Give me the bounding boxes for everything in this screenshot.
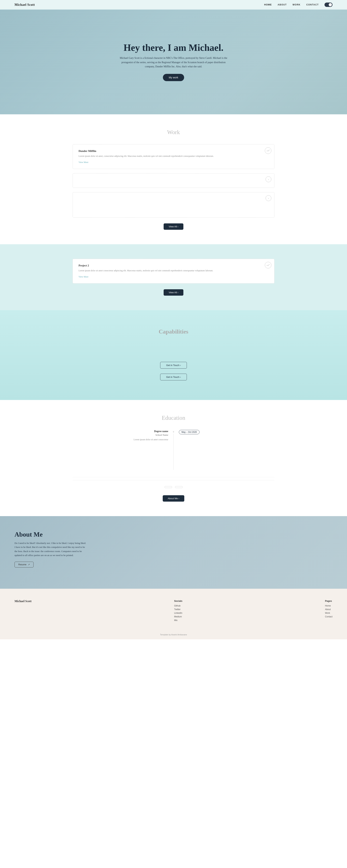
footer-page-about[interactable]: About	[325, 608, 333, 611]
hero-cta-button[interactable]: My work	[163, 74, 184, 81]
nav-home[interactable]: HOME	[264, 3, 272, 6]
capabilities-buttons: Get in Touch › Get in Touch ›	[11, 361, 336, 382]
work-card-project2: Project 2 Lorem ipsum dolor sit amet con…	[72, 259, 275, 283]
footer-link-medium[interactable]: Medium	[174, 615, 183, 618]
hero-content: Hey there, I am Michael. Michael Gary Sc…	[119, 42, 228, 81]
edu-degree: Degree name	[72, 430, 168, 433]
edu-placeholder-btn-2	[175, 486, 183, 488]
work-card-1-link[interactable]: View More	[78, 161, 88, 163]
nav-contact[interactable]: CONTACT	[306, 3, 319, 6]
education-section: Education Degree name School Name Lorem …	[0, 400, 347, 516]
work-section-2: Project 2 Lorem ipsum dolor sit amet con…	[0, 244, 347, 310]
work-section-1: Work Dunder Mifflin Lorem ipsum dolor si…	[0, 114, 347, 244]
about-title: About Me	[14, 531, 87, 538]
template-credit-text: Template by Aswini Ambavane	[160, 633, 187, 636]
get-in-touch-button-2[interactable]: Get in Touch ›	[160, 374, 187, 380]
work-card-project2-desc: Lorem ipsum dolor sit amet consectetur a…	[78, 269, 269, 272]
footer-brand: Michael Scott	[14, 599, 32, 603]
resume-button[interactable]: Resume ↗	[14, 562, 34, 567]
work-card-2-empty: ›	[72, 173, 275, 188]
navbar-brand: Michael Scott	[14, 3, 35, 7]
footer-socials-title: Socials	[174, 599, 183, 602]
footer-socials-col: Socials Github Twitter LinkedIn Medium M…	[174, 599, 183, 623]
footer-template-credit: Template by Aswini Ambavane	[0, 630, 347, 639]
resume-icon: ↗	[28, 563, 30, 566]
work-card-3-icon: ›	[265, 195, 271, 201]
footer-page-work[interactable]: Work	[325, 612, 333, 614]
edu-divider-2	[72, 480, 275, 480]
work-card-1-icon	[265, 147, 271, 154]
footer-link-mix[interactable]: Mix	[174, 619, 183, 622]
resume-label: Resume	[18, 563, 27, 566]
footer-page-home[interactable]: Home	[325, 604, 333, 607]
about-content: About Me Do I need to be liked? Absolute…	[14, 531, 87, 567]
edu-left-block: Degree name School Name Lorem ipsum dolo…	[72, 430, 172, 441]
nav-work[interactable]: WORK	[292, 3, 301, 6]
about-description: Do I need to be liked? Absolutely not. I…	[14, 541, 87, 557]
edu-placeholder-btn-1	[164, 486, 172, 488]
hero-section: Hey there, I am Michael. Michael Gary Sc…	[0, 9, 347, 114]
work-card-project2-link[interactable]: View More	[78, 276, 88, 278]
footer: Michael Scott Socials Github Twitter Lin…	[0, 589, 347, 630]
edu-desc: Lorem ipsum dolor sit amet consectetur	[72, 438, 168, 441]
work-card-1: Dunder Mifflin Lorem ipsum dolor sit ame…	[72, 144, 275, 169]
edu-right-block: May – Oct 2020	[175, 430, 275, 434]
education-title: Education	[72, 414, 275, 421]
navbar-links: HOME ABOUT WORK CONTACT	[264, 3, 333, 7]
edu-date-badge: May – Oct 2020	[179, 430, 200, 434]
education-entry: Degree name School Name Lorem ipsum dolo…	[72, 430, 275, 470]
edu-connector: +	[172, 430, 174, 470]
work-card-1-desc: Lorem ipsum dolor sit amet, consectetur …	[78, 154, 269, 158]
footer-pages-title: Pages	[325, 599, 333, 602]
footer-pages-col: Pages Home About Work Contact	[325, 599, 333, 619]
navbar: Michael Scott HOME ABOUT WORK CONTACT	[0, 0, 347, 10]
get-in-touch-button-1[interactable]: Get in Touch ›	[160, 362, 187, 369]
theme-toggle[interactable]	[324, 3, 333, 7]
edu-plus-icon: +	[172, 430, 174, 434]
nav-about[interactable]: ABOUT	[278, 3, 287, 6]
capabilities-section: Capabilities Get in Touch › Get in Touch…	[0, 310, 347, 400]
about-section: About Me Do I need to be liked? Absolute…	[0, 516, 347, 589]
footer-link-github[interactable]: Github	[174, 604, 183, 607]
footer-link-linkedin[interactable]: LinkedIn	[174, 612, 183, 614]
view-all-button-1[interactable]: View All ›	[164, 223, 183, 230]
hero-title: Hey there, I am Michael.	[119, 42, 228, 53]
work-title: Work	[72, 129, 275, 135]
about-me-button[interactable]: About Me ›	[163, 495, 185, 502]
work-card-3-empty: ›	[72, 192, 275, 218]
footer-link-twitter[interactable]: Twitter	[174, 608, 183, 611]
capabilities-spacer	[11, 346, 336, 361]
edu-school: School Name	[72, 434, 168, 436]
capabilities-title: Capabilities	[11, 328, 336, 335]
view-all-button-2[interactable]: View All ›	[164, 289, 183, 296]
work-card-project2-title: Project 2	[78, 264, 269, 267]
work-card-project2-icon	[265, 262, 271, 269]
edu-footer-row	[72, 486, 275, 488]
hero-description: Michael Gary Scott is a fictional charac…	[119, 56, 228, 69]
footer-brand-block: Michael Scott	[14, 599, 32, 603]
footer-page-contact[interactable]: Contact	[325, 615, 333, 618]
work-card-2-icon: ›	[265, 176, 271, 182]
work-card-1-title: Dunder Mifflin	[78, 150, 269, 153]
